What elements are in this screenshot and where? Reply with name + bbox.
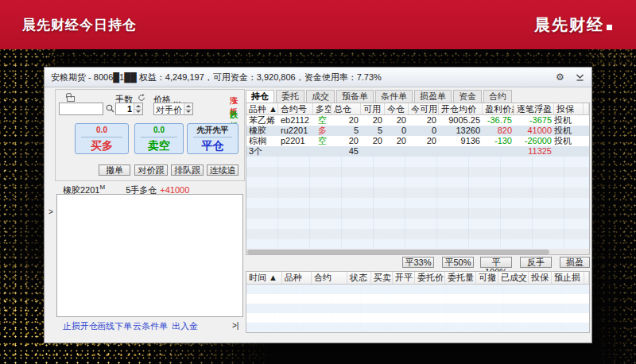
collapse-left-toggle[interactable]: > [48,207,53,216]
contract-search-input[interactable] [59,103,103,115]
queue-follow-button[interactable]: 排队跟 [171,165,204,176]
position-row-p2201[interactable]: 棕榈 p2201 空 20 20 20 20 9136 -130 -26000 … [246,136,589,146]
positions-body: 苯乙烯 eb2112 空 20 20 20 20 9005.25 -36.75 … [246,115,589,255]
stop-loss-open-link[interactable]: 止损开仓 [63,320,98,332]
col-cancelable[interactable]: 可撤 [476,272,498,284]
tab-contracts[interactable]: 合约 [483,90,512,103]
orders-table: 时间 ▲ 品种 合约 状态 买卖 开平 委托价 委托量 可撤 已成交 投保 预止… [246,271,590,333]
follow-counter-price-button[interactable]: 对价跟 [134,165,168,176]
col-product[interactable]: 品种 [282,272,312,284]
data-tabs: 持仓 委托 成交 预备单 条件单 损盈单 资金 合约 [246,90,514,103]
col-open-close[interactable]: 开平 [393,272,415,284]
summary-superscript: M [99,184,105,191]
stop-profit-loss-button[interactable]: 损盈 [560,257,590,268]
brand-dot [607,25,612,30]
tab-orders[interactable]: 委托 [276,90,304,103]
col-contract[interactable]: 合约号 [278,103,313,114]
cell-float-pnl: 41000 [514,126,554,136]
close-100-percent-button[interactable]: 平100% [480,257,512,268]
cell-product: 棕榈 [246,136,278,146]
positions-header: 品种 ▲ 合约号 多空 总仓 可用 今仓 今可用 开仓均价 盈利价差 逐笔浮盈 … [246,103,589,115]
collapse-right-toggle[interactable]: >| [232,321,238,330]
close-position-button[interactable]: 先开先平 平仓 [187,123,238,154]
col-buy-sell[interactable]: 买卖 [371,272,393,284]
col-float-pnl[interactable]: 逐笔浮盈 [514,103,554,114]
cell-available: 20 [361,115,385,126]
lots-value[interactable] [116,103,134,114]
tab-funds[interactable]: 资金 [453,90,482,103]
scrollbar-thumb[interactable] [247,250,549,254]
col-total[interactable]: 总仓 [332,103,361,114]
sell-short-button[interactable]: 0.0 卖空 [134,123,184,154]
tab-trades[interactable]: 成交 [306,90,335,103]
positions-summary-row: 3个 45 11325 [246,146,589,157]
horizontal-scrollbar[interactable] [246,249,589,255]
col-contract[interactable]: 合约 [312,272,347,284]
tab-stop-orders[interactable]: 损盈单 [414,90,452,103]
chart-placeholder-area[interactable] [56,194,243,317]
col-side[interactable]: 多空 [313,103,332,114]
cell-today: 20 [385,136,409,146]
reverse-position-button[interactable]: 反手 [520,257,552,268]
cell-profit-diff: -36.75 [483,115,514,126]
deposit-withdraw-link[interactable]: 出入金 [172,320,198,332]
col-status[interactable]: 状态 [347,272,371,284]
cell-profit-diff: 820 [483,126,514,136]
col-hedge-flag[interactable]: 投保 [554,103,584,114]
buy-long-button[interactable]: 0.0 买多 [75,123,129,154]
search-icon[interactable] [106,104,114,114]
lots-stepper[interactable] [115,103,143,115]
close-33-percent-button[interactable]: 平33% [402,257,434,268]
draw-line-order-link[interactable]: 画线下单 [97,320,132,332]
cell-available: 20 [361,136,385,146]
price-down-arrow[interactable] [184,109,192,115]
cell-total-lots: 45 [332,146,361,157]
cell-hedge: 投机 [554,126,584,136]
tab-condition-orders[interactable]: 条件单 [375,90,413,103]
col-filled[interactable]: 已成交 [498,272,529,284]
col-avg-open-price[interactable]: 开仓均价 [439,103,483,114]
brand-logo: 晨先财经 [534,14,612,36]
tab-prepared-orders[interactable]: 预备单 [336,90,374,103]
settings-gear-icon[interactable]: ⚙ [555,72,565,82]
minimize-icon[interactable] [575,72,585,82]
tab-positions[interactable]: 持仓 [246,90,274,103]
position-row-eb2112[interactable]: 苯乙烯 eb2112 空 20 20 20 20 9005.25 -36.75 … [246,115,589,126]
lots-decrement-arrow[interactable] [134,109,142,115]
cell-total: 20 [332,115,361,126]
buy-long-label: 买多 [91,139,113,152]
continuous-chase-button[interactable]: 连续追 [207,165,238,176]
window-title: 安粮期货 - 8006█1██ 权益：4,249,197，可用资金：3,920,… [51,72,382,83]
col-pre-stop-loss[interactable]: 预止损 [552,272,584,284]
cell-side: 空 [313,136,332,146]
cell-today-available: 0 [409,126,439,136]
col-order-price[interactable]: 委托价 [415,272,445,284]
cell-total: 20 [332,136,361,146]
col-product[interactable]: 品种 ▲ [246,103,278,114]
cell-hedge: 投机 [554,115,584,126]
title-separator: - [86,72,94,82]
trading-app-window: 安粮期货 - 8006█1██ 权益：4,249,197，可用资金：3,920,… [44,67,592,343]
summary-pnl: +41000 [160,185,189,195]
col-time[interactable]: 时间 ▲ [246,272,282,284]
account-info: 权益：4,249,197，可用资金：3,920,806，资金使用率：7.73% [139,72,382,82]
gold-glitter-top-band [48,49,636,68]
col-order-qty[interactable]: 委托量 [445,272,476,284]
close-mode-text: 先开先平 [197,126,229,135]
cell-product: 苯乙烯 [246,115,278,126]
cancel-order-button[interactable]: 撤单 [99,165,130,176]
account-number: 8006█1██ [94,72,137,82]
unlock-icon[interactable] [67,96,75,102]
cloud-condition-order-link[interactable]: 云条件单 [133,320,168,332]
cell-float-pnl: -3675 [514,115,554,126]
col-profit-diff[interactable]: 盈利价差 [483,103,514,114]
price-type-selector[interactable]: 对手价 [153,103,193,115]
sell-price: 0.0 [153,126,165,135]
col-available[interactable]: 可用 [361,103,385,114]
col-filler [584,272,589,284]
col-today[interactable]: 今仓 [385,103,409,114]
position-row-ru2201[interactable]: 橡胶 ru2201 多 5 5 0 0 13260 820 41000 投机 [246,126,589,136]
close-50-percent-button[interactable]: 平50% [442,257,474,268]
col-today-available[interactable]: 今可用 [409,103,439,114]
col-hedge-flag[interactable]: 投保 [529,272,552,284]
